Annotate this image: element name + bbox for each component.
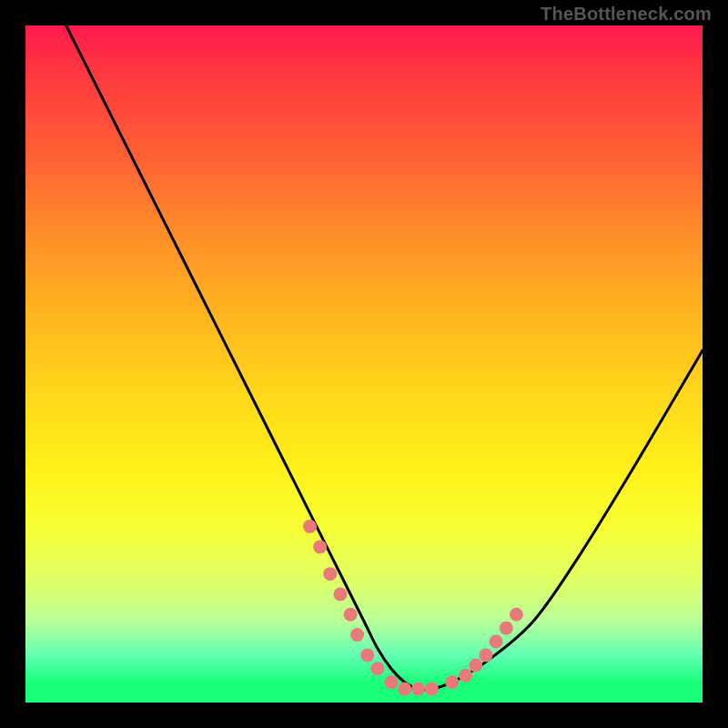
- chart-plot-area: [25, 25, 703, 703]
- chart-marker: [459, 669, 472, 682]
- chart-svg: [25, 25, 703, 703]
- chart-marker: [398, 682, 411, 696]
- chart-marker: [411, 682, 425, 696]
- chart-marker: [490, 635, 503, 649]
- chart-marker: [344, 608, 358, 622]
- chart-marker: [510, 608, 523, 622]
- watermark-text: TheBottleneck.com: [541, 4, 712, 25]
- chart-marker: [350, 628, 364, 642]
- chart-marker: [469, 659, 482, 672]
- chart-marker: [425, 682, 439, 696]
- chart-marker-group: [303, 520, 523, 696]
- chart-marker: [333, 587, 347, 601]
- chart-marker: [323, 567, 337, 581]
- chart-marker: [479, 648, 492, 662]
- chart-marker: [500, 622, 513, 635]
- chart-marker: [384, 675, 398, 689]
- chart-marker: [360, 648, 374, 662]
- chart-marker: [303, 520, 317, 533]
- chart-marker: [445, 675, 459, 689]
- chart-marker: [370, 662, 384, 675]
- chart-curve: [66, 25, 703, 690]
- chart-marker: [313, 540, 327, 553]
